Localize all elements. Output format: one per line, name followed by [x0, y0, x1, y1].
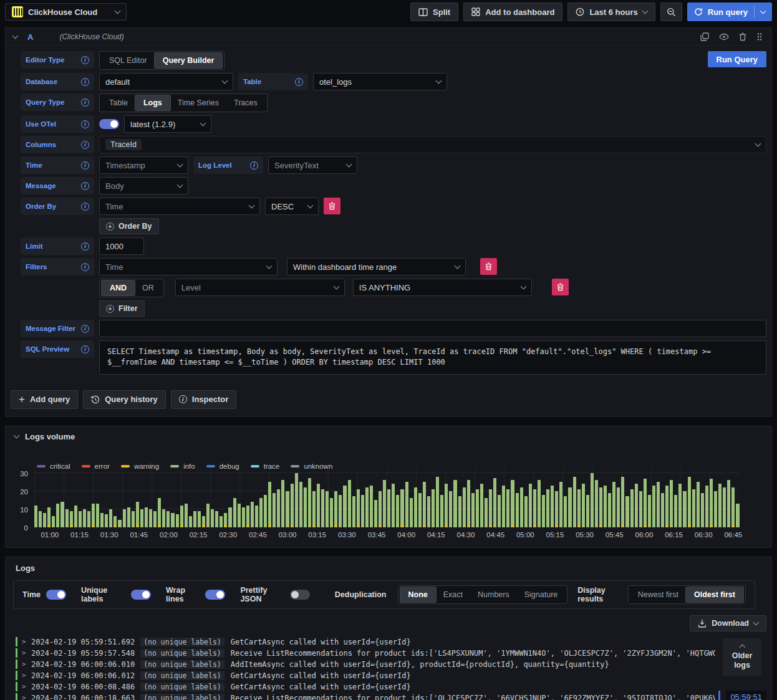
- volume-bar[interactable]: [493, 478, 496, 527]
- volume-bar[interactable]: [727, 480, 730, 527]
- query-type-option-logs[interactable]: Logs: [135, 95, 170, 110]
- plot-area[interactable]: [34, 467, 739, 527]
- filter2-field-select[interactable]: Level: [175, 279, 345, 296]
- collapse-chevron-icon[interactable]: [14, 433, 20, 439]
- volume-bar[interactable]: [268, 482, 271, 527]
- volume-bar[interactable]: [648, 495, 651, 527]
- volume-bar[interactable]: [723, 487, 726, 527]
- volume-bar[interactable]: [705, 486, 708, 527]
- log-row[interactable]: >2024-02-19 06:00:18.663(no unique label…: [16, 693, 715, 700]
- volume-bar[interactable]: [612, 482, 615, 527]
- volume-bar[interactable]: [171, 513, 174, 527]
- volume-bar[interactable]: [162, 509, 165, 527]
- volume-bar[interactable]: [233, 498, 236, 527]
- volume-bar[interactable]: [414, 487, 417, 527]
- volume-bar[interactable]: [688, 477, 691, 527]
- volume-bar[interactable]: [352, 496, 355, 527]
- volume-bar[interactable]: [458, 496, 461, 527]
- volume-bar[interactable]: [92, 504, 95, 527]
- column-chip[interactable]: TraceId: [105, 139, 142, 150]
- volume-bar[interactable]: [132, 511, 135, 527]
- volume-bar[interactable]: [149, 509, 152, 527]
- volume-bar[interactable]: [123, 509, 126, 527]
- info-icon[interactable]: i: [81, 56, 89, 64]
- copy-icon[interactable]: [700, 32, 709, 41]
- volume-bar[interactable]: [361, 495, 364, 527]
- add-filter-button[interactable]: + Filter: [99, 300, 145, 317]
- chevron-down-icon[interactable]: [760, 8, 766, 14]
- volume-bar[interactable]: [365, 487, 369, 527]
- dedup-option-signature[interactable]: Signature: [517, 587, 566, 602]
- volume-bar[interactable]: [453, 480, 456, 527]
- display-option-newest-first[interactable]: Newest first: [630, 587, 686, 602]
- prettify-json-switch[interactable]: [290, 590, 310, 600]
- volume-bar[interactable]: [215, 511, 218, 527]
- query-type-option-table[interactable]: Table: [102, 95, 135, 110]
- query-type-option-time-series[interactable]: Time Series: [170, 95, 226, 110]
- volume-bar[interactable]: [43, 513, 46, 527]
- table-select[interactable]: otel_logs: [313, 73, 447, 90]
- volume-bar[interactable]: [661, 493, 664, 527]
- volume-bar[interactable]: [83, 509, 86, 527]
- volume-bar[interactable]: [304, 487, 307, 527]
- volume-bar[interactable]: [595, 480, 598, 527]
- add-order-by-button[interactable]: + Order By: [99, 218, 159, 234]
- volume-bar[interactable]: [339, 495, 342, 527]
- volume-bar[interactable]: [524, 496, 528, 527]
- volume-bar[interactable]: [264, 495, 267, 527]
- volume-bar[interactable]: [467, 480, 470, 527]
- info-icon[interactable]: i: [81, 120, 89, 128]
- volume-bar[interactable]: [665, 486, 668, 527]
- volume-bar[interactable]: [330, 498, 333, 527]
- volume-bar[interactable]: [485, 498, 488, 527]
- volume-bar[interactable]: [405, 482, 408, 527]
- volume-bar[interactable]: [370, 486, 373, 527]
- filter-bool-option-or[interactable]: OR: [135, 280, 162, 295]
- info-icon[interactable]: i: [81, 263, 89, 271]
- trash-icon[interactable]: [739, 32, 746, 41]
- volume-bar[interactable]: [118, 520, 121, 527]
- volume-bar[interactable]: [39, 511, 42, 527]
- volume-bar[interactable]: [251, 502, 254, 527]
- volume-bar[interactable]: [242, 507, 245, 527]
- display-option-oldest-first[interactable]: Oldest first: [686, 587, 743, 602]
- volume-bar[interactable]: [60, 502, 64, 527]
- log-row[interactable]: >2024-02-19 06:00:08.486(no unique label…: [16, 681, 715, 693]
- volume-bar[interactable]: [281, 480, 284, 527]
- volume-bar[interactable]: [639, 491, 642, 527]
- volume-bar[interactable]: [211, 509, 214, 527]
- volume-bar[interactable]: [440, 495, 443, 527]
- time-range-picker[interactable]: Last 6 hours: [567, 2, 655, 21]
- run-query-button[interactable]: Run query: [687, 2, 772, 21]
- volume-bar[interactable]: [657, 482, 660, 527]
- volume-bar[interactable]: [591, 473, 594, 527]
- log-row[interactable]: >2024-02-19 06:00:06.010(no unique label…: [16, 659, 715, 670]
- remove-filter-button[interactable]: [480, 258, 497, 275]
- volume-bar[interactable]: [516, 493, 519, 527]
- volume-bar[interactable]: [427, 496, 430, 527]
- filter-operator-select[interactable]: Within dashboard time range: [287, 258, 466, 276]
- remove-order-by-button[interactable]: [324, 198, 340, 214]
- columns-multiselect[interactable]: TraceId: [99, 136, 766, 153]
- volume-bar[interactable]: [52, 516, 55, 527]
- volume-bar[interactable]: [299, 482, 302, 527]
- volume-bar[interactable]: [502, 486, 505, 527]
- info-icon[interactable]: i: [81, 325, 89, 333]
- volume-bar[interactable]: [498, 495, 501, 527]
- volume-bar[interactable]: [410, 498, 413, 527]
- add-query-button[interactable]: + Add query: [11, 390, 78, 409]
- inspector-button[interactable]: i Inspector: [171, 390, 237, 409]
- expand-chevron-icon[interactable]: >: [22, 649, 31, 657]
- order-by-field-select[interactable]: Time: [99, 198, 260, 215]
- volume-bar[interactable]: [697, 482, 700, 527]
- volume-bar[interactable]: [273, 493, 276, 527]
- remove-filter2-button[interactable]: [552, 279, 569, 295]
- volume-bar[interactable]: [652, 486, 655, 527]
- volume-bar[interactable]: [463, 487, 466, 527]
- volume-bar[interactable]: [166, 511, 170, 527]
- query-history-button[interactable]: Query history: [83, 390, 166, 409]
- older-logs-button[interactable]: Older logs: [723, 638, 761, 676]
- volume-bar[interactable]: [100, 513, 104, 527]
- expand-chevron-icon[interactable]: >: [22, 660, 31, 668]
- volume-bar[interactable]: [568, 487, 571, 527]
